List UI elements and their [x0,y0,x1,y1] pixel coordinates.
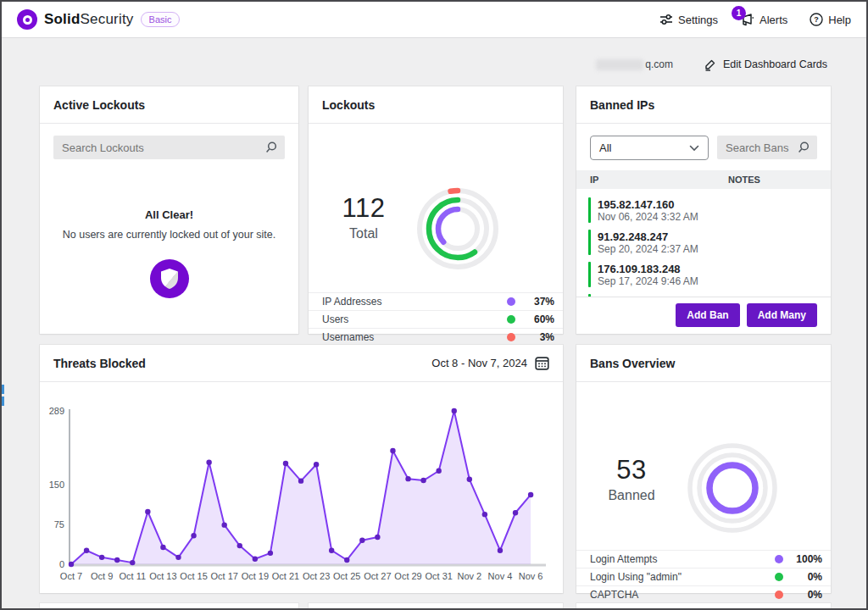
x-axis-tick: Nov 2 [457,571,481,581]
search-lockouts-input[interactable] [53,136,285,159]
bans-total: 53 Banned [576,455,687,503]
banned-ip-address: 176.109.183.248 [598,263,698,275]
legend-value: 60% [524,313,554,325]
card-title: Bans Overview [590,357,675,370]
legend-color-dot [775,591,783,599]
brand-name: SolidSecurity [44,11,134,28]
legend-value: 0% [792,571,822,583]
banned-ip-row: 176.109.183.248 Sep 17, 2024 9:46 AM [576,258,831,291]
shield-badge [150,259,189,298]
dashboard-subheader: q.com Edit Dashboard Cards [40,54,827,75]
add-many-button[interactable]: Add Many [747,303,817,327]
solid-security-dashboard: SolidSecurity Basic Settings 1 [0,0,868,610]
settings-button[interactable]: Settings [659,13,718,26]
x-axis-tick: Nov 4 [488,571,513,581]
threats-blocked-area-chart: 075150289Oct 7Oct 9Oct 11Oct 13Oct 15Oct… [41,383,562,591]
y-axis-tick: 0 [59,559,64,569]
help-label: Help [828,14,851,26]
edit-dashboard-cards-button[interactable]: Edit Dashboard Cards [704,58,827,71]
banned-ips-card: Banned IPs All IP NOTES 195.82.147.160 [576,86,831,334]
lockouts-card: Lockouts 112 Total IP Addresses 37%Users… [309,86,563,334]
bans-overview-donut-chart [683,439,782,537]
x-axis-tick: Oct 23 [303,571,330,581]
legend-label: Users [322,313,507,325]
lockouts-total-value: 112 [309,193,419,224]
x-axis-tick: Oct 21 [272,571,299,581]
x-axis-tick: Oct 13 [149,571,176,581]
bans-total-value: 53 [576,455,687,485]
legend-row: Login Using "admin" 0% [576,568,831,585]
active-lockouts-card: Active Lockouts All Clear! No users are … [40,86,298,334]
bans-table-header: IP NOTES [576,170,831,189]
x-axis-tick: Oct 7 [60,571,82,581]
threats-blocked-card: Threats Blocked Oct 8 - Nov 7, 2024 0751… [40,345,563,593]
ban-status-indicator [588,294,591,297]
date-range-picker[interactable]: Oct 8 - Nov 7, 2024 [431,356,549,370]
legend-row: Login Attempts 100% [576,550,831,568]
legend-value: 3% [524,331,554,343]
next-row-card-peek [40,603,298,610]
card-title: Banned IPs [590,98,654,112]
sliders-icon [659,13,673,26]
legend-row: CAPTCHA 0% [576,585,831,603]
next-row-card-peek [576,603,831,610]
legend-color-dot [775,555,783,563]
alerts-label: Alerts [760,14,787,26]
lockouts-legend: IP Addresses 37%Users 60%Usernames 3% [309,292,563,346]
ban-status-indicator [588,262,591,287]
lockouts-donut-chart [409,180,507,278]
legend-color-dot [507,297,515,306]
pencil-icon [704,58,716,71]
settings-label: Settings [678,14,718,26]
legend-color-dot [775,573,783,581]
column-header-ip: IP [590,175,728,185]
legend-row: Users 60% [309,310,563,328]
date-range-label: Oct 8 - Nov 7, 2024 [431,357,527,369]
ban-date: Sep 17, 2024 9:46 AM [598,275,698,287]
x-axis-tick: Oct 31 [425,571,452,581]
x-axis-tick: Oct 19 [242,571,269,581]
plan-badge: Basic [141,12,181,27]
bans-overview-card: Bans Overview 53 Banned Login Attempts 1… [576,345,831,593]
legend-row: IP Addresses 37% [309,292,563,310]
ban-date: Nov 06, 2024 3:32 AM [598,211,698,223]
y-axis-tick: 289 [49,406,64,416]
search-icon [264,141,278,154]
left-edge-marker [2,396,4,406]
x-axis-tick: Oct 17 [210,571,237,581]
x-axis-tick: Oct 27 [364,571,391,581]
x-axis-tick: Oct 15 [180,571,207,581]
calendar-icon [535,356,549,370]
legend-value: 100% [792,553,822,565]
ban-date: Sep 20, 2024 2:37 AM [598,243,698,255]
card-title: Threats Blocked [53,357,146,370]
legend-label: IP Addresses [322,296,507,308]
y-axis-tick: 75 [54,519,64,530]
ban-status-indicator [588,230,591,255]
add-ban-button[interactable]: Add Ban [676,303,739,327]
lockouts-total-label: Total [309,226,419,241]
help-button[interactable]: ? Help [810,13,851,26]
top-navigation-bar: SolidSecurity Basic Settings 1 [2,2,866,38]
card-title: Active Lockouts [53,98,145,112]
solid-security-logo-icon [17,9,37,30]
bans-table-body: 195.82.147.160 Nov 06, 2024 3:32 AM 91.9… [576,189,831,297]
alerts-button[interactable]: 1 Alerts [740,14,787,26]
legend-label: Usernames [322,331,507,343]
legend-color-dot [507,315,515,324]
x-axis-tick: Oct 9 [91,571,113,581]
shield-icon [159,268,180,290]
bans-filter-select[interactable]: All [590,136,709,160]
chevron-down-icon [689,145,699,152]
banned-ip-row: 91.92.250.79 [576,291,831,297]
all-clear-message: No users are currently locked out of you… [40,229,298,241]
banned-ip-address: 195.82.147.160 [598,198,698,211]
y-axis-tick: 150 [49,480,64,490]
question-circle-icon: ? [810,13,823,26]
svg-text:?: ? [815,15,820,24]
all-clear-title: All Clear! [40,208,298,221]
legend-label: CAPTCHA [590,589,775,601]
legend-value: 0% [792,589,822,601]
lockouts-total: 112 Total [309,193,419,241]
search-icon [797,141,810,154]
